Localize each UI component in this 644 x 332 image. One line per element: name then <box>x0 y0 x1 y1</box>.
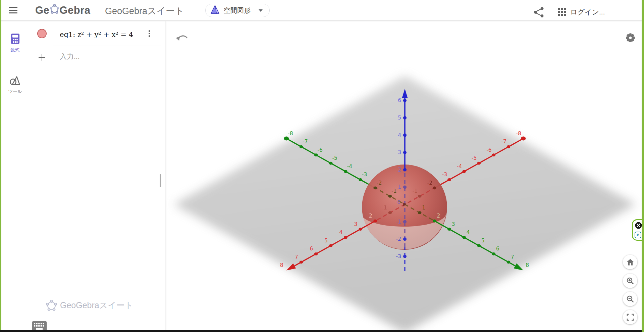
watermark-text: GeoGebraスイート <box>60 300 133 311</box>
sidebar-item-tools[interactable]: ツール <box>0 70 30 98</box>
login-button[interactable]: ログイン... <box>570 7 605 17</box>
algebra-input-placeholder[interactable]: 入力... <box>60 52 80 61</box>
app-title: GeoGebraスイート <box>105 5 184 17</box>
algebra-row-eq1[interactable]: eq1: z² + y² + x² = 4 <box>30 21 165 46</box>
home-view-button[interactable] <box>623 255 637 269</box>
header: Ge Gebra GeoGebraスイート <box>0 0 644 21</box>
magnifier-plus-icon <box>626 277 635 285</box>
home-icon <box>626 258 635 267</box>
calculator-icon <box>11 33 20 44</box>
watermark-pentagon-icon <box>46 300 57 311</box>
capture-frame-bottom <box>0 330 642 332</box>
algebra-input-row[interactable]: 入力... <box>30 46 165 67</box>
apps-grid-icon <box>555 5 569 19</box>
zoom-out-button[interactable] <box>623 292 637 306</box>
gear-icon <box>624 32 637 44</box>
row-menu-kebab-icon[interactable] <box>144 28 155 39</box>
eset-close-icon[interactable] <box>635 222 642 231</box>
panel-scrollbar-thumb[interactable] <box>160 174 161 187</box>
perspective-label: 空間図形 <box>224 6 251 15</box>
menu-hamburger-icon[interactable] <box>9 7 17 14</box>
geogebra-logo: Ge Gebra <box>35 4 90 17</box>
sidebar-item-label: 数式 <box>0 47 30 53</box>
pyramid-icon <box>210 4 220 17</box>
capture-frame-left <box>0 0 1 330</box>
geogebra-app: Ge Gebra GeoGebraスイート <box>0 0 644 332</box>
add-input-plus-icon[interactable] <box>36 52 48 63</box>
algebra-panel: eq1: z² + y² + x² = 4 入力... GeoGebraスイート <box>30 21 165 332</box>
share-button[interactable] <box>532 5 546 19</box>
geogebra-watermark: GeoGebraスイート <box>46 300 133 311</box>
perspective-dropdown[interactable]: 空間図形 <box>205 4 270 17</box>
sidebar-item-algebra[interactable]: 数式 <box>0 29 30 56</box>
equation-eq1[interactable]: eq1: z² + y² + x² = 4 <box>60 31 133 39</box>
undo-arrow-icon <box>175 30 189 44</box>
circle-triangle-icon <box>9 75 21 86</box>
undo-button[interactable] <box>175 30 189 45</box>
zoom-in-button[interactable] <box>623 274 637 288</box>
logo-text-right: Gebra <box>59 4 90 16</box>
object-visibility-toggle[interactable] <box>37 29 47 38</box>
corner-brackets-icon <box>626 313 635 322</box>
logo-text-left: Ge <box>35 4 49 16</box>
graphics-3d-view[interactable] <box>166 21 642 332</box>
capture-frame-right <box>642 0 644 332</box>
apps-grid-button[interactable] <box>555 5 569 19</box>
settings-button[interactable] <box>624 32 637 45</box>
sidebar-item-label: ツール <box>0 89 30 95</box>
magnifier-minus-icon <box>626 295 635 303</box>
geogebra-pentagon-icon <box>49 4 59 16</box>
eset-logo-icon[interactable]: e <box>635 232 641 238</box>
left-toolbar: 数式 ツール <box>0 21 30 332</box>
fullscreen-button[interactable] <box>623 310 637 324</box>
chevron-down-icon <box>259 9 263 12</box>
share-icon <box>532 5 546 19</box>
